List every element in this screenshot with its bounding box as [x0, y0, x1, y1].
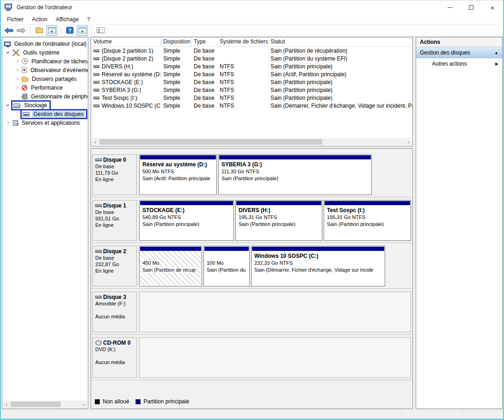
partition-status: Sain (Actif, Partition principale — [142, 175, 214, 182]
disk-header[interactable]: Disque 3Amovible (F:) Aucun média — [92, 292, 137, 332]
partition[interactable]: 100 MoSain (Partition du — [203, 246, 250, 286]
tree-item[interactable]: Planificateur de tâches — [2, 57, 88, 66]
computer-icon — [4, 42, 11, 46]
scroll-left-icon[interactable]: ‹ — [3, 401, 10, 408]
partition[interactable]: Test Sospc (I:)195,31 Go NTFSSain (Parti… — [324, 200, 411, 241]
tree-horizontal-scrollbar[interactable]: ‹ › — [3, 401, 87, 408]
scrollbar-thumb[interactable] — [11, 402, 61, 407]
collapse-chevron-icon[interactable] — [6, 103, 9, 106]
tree-item[interactable]: Services et applications — [2, 118, 88, 127]
legend: Non allouéPartition principale — [95, 398, 189, 405]
status-separator — [462, 411, 463, 418]
partition-status: Sain (Partition de récup — [142, 267, 199, 274]
title-bar[interactable]: Gestion de l'ordinateur × — [1, 0, 503, 14]
collapse-chevron-icon[interactable] — [6, 50, 9, 54]
disk-info-line: En ligne — [95, 222, 135, 228]
column-header-disposition[interactable]: Disposition — [161, 37, 191, 46]
column-header-statut[interactable]: Statut — [268, 37, 412, 46]
partition-label: Réservé au système (D:) — [142, 161, 214, 168]
partition[interactable] — [139, 337, 411, 378]
volume-fs-cell: NTFS — [217, 95, 268, 101]
disk-icon — [95, 204, 102, 207]
tree-item[interactable]: Outils système — [2, 48, 88, 57]
disk-info-line: 111,79 Go — [95, 170, 135, 176]
volume-list-horizontal-scrollbar[interactable]: ‹ › — [92, 138, 412, 146]
scroll-right-icon[interactable]: › — [405, 138, 412, 146]
actions-group-disk-management[interactable]: Gestion des disques ▲ — [416, 47, 502, 58]
forward-button[interactable] — [16, 25, 27, 36]
console-tree-toggle-button[interactable] — [46, 25, 57, 36]
menu-item-?[interactable]: ? — [83, 15, 94, 24]
minimize-button[interactable] — [439, 0, 461, 14]
volume-row[interactable]: STOCKAGE (E:)SimpleDe baseNTFSSain (Part… — [91, 78, 412, 86]
services-icon — [13, 120, 18, 126]
tree-item[interactable]: Observateur d'événeme — [2, 66, 88, 74]
expand-chevron-icon[interactable] — [15, 86, 18, 89]
action-pane-toggle-button[interactable] — [77, 25, 88, 36]
expand-chevron-icon[interactable] — [15, 60, 18, 63]
volume-row[interactable]: SYBERIA 3 (G:)SimpleDe baseNTFSSain (Par… — [91, 86, 412, 94]
disk-header[interactable]: Disque 2De base232,87 GoEn ligne — [92, 246, 137, 286]
menu-item-action[interactable]: Action — [28, 15, 51, 24]
scroll-right-icon[interactable]: › — [80, 401, 87, 408]
tree-item[interactable]: Gestion de l'ordinateur (local) — [2, 39, 88, 48]
partition-label: Windows 10 SOSPC (C:) — [254, 253, 382, 260]
export-list-button[interactable] — [34, 25, 45, 36]
legend-item: Non alloué — [95, 398, 129, 405]
maximize-button[interactable] — [461, 0, 482, 14]
volume-row[interactable]: Test Sospc (I:)SimpleDe baseNTFSSain (Pa… — [91, 94, 412, 102]
column-header-type[interactable]: Type — [191, 37, 217, 46]
volume-type-cell: De base — [191, 71, 217, 78]
partition[interactable]: SYBERIA 3 (G:)111,30 Go NTFSSain (Partit… — [218, 154, 372, 195]
tree-item[interactable]: Dossiers partagés — [2, 74, 88, 83]
properties-button[interactable] — [95, 25, 106, 36]
scroll-left-icon[interactable]: ‹ — [92, 138, 99, 146]
column-header-volume[interactable]: Volume — [91, 37, 161, 46]
partition-color-bar — [140, 155, 216, 159]
tree-item-label: Gestion de l'ordinateur (local) — [13, 40, 88, 48]
column-header-syst-me-de-fichiers[interactable]: Système de fichiers — [217, 37, 268, 46]
volume-row[interactable]: (Disque 2 partition 1)SimpleDe baseSain … — [91, 47, 412, 55]
close-button[interactable]: × — [482, 0, 503, 14]
back-button[interactable] — [3, 25, 14, 36]
volume-row[interactable]: (Disque 2 partition 2)SimpleDe baseSain … — [91, 55, 412, 62]
toolbar-separator — [61, 26, 61, 35]
disk-name: CD-ROM 0 — [95, 340, 135, 346]
volume-row[interactable]: Réservé au système (D:)SimpleDe baseNTFS… — [91, 70, 412, 78]
tree-item[interactable]: Gestionnaire de périphé — [2, 92, 88, 101]
tree-item-label: Dossiers partagés — [31, 75, 78, 83]
menu-item-affichage[interactable]: Affichage — [51, 15, 83, 24]
disk-row: Disque 3Amovible (F:) Aucun média — [91, 289, 412, 335]
tree-item[interactable]: Stockage — [2, 101, 88, 110]
partition[interactable]: 450 MoSain (Partition de récup — [139, 246, 202, 286]
expand-chevron-icon[interactable] — [15, 77, 18, 80]
partition[interactable]: STOCKAGE (E:)540,89 Go NTFSSain (Partiti… — [139, 200, 234, 241]
partition-area — [139, 337, 411, 378]
volume-type-cell: De base — [191, 103, 217, 109]
scrollbar-thumb[interactable] — [99, 139, 322, 145]
partition[interactable]: Windows 10 SOSPC (C:)232,33 Go NTFSSain … — [251, 246, 385, 286]
expand-chevron-icon[interactable] — [15, 68, 18, 72]
disk-header[interactable]: Disque 0De base111,79 GoEn ligne — [92, 154, 137, 195]
partition[interactable] — [139, 292, 411, 332]
tree-item[interactable]: Performance — [2, 83, 88, 92]
collapse-chevron-icon[interactable]: ▲ — [494, 50, 498, 55]
expand-chevron-icon[interactable] — [6, 121, 9, 124]
partition[interactable]: DIVERS (H:)195,31 Go NTFSSain (Partition… — [235, 200, 322, 241]
partition[interactable]: Réservé au système (D:)500 Mo NTFSSain (… — [139, 154, 217, 195]
partition-body: Windows 10 SOSPC (C:)232,33 Go NTFSSain … — [252, 251, 384, 286]
disk-info-line: 931,51 Go — [95, 215, 135, 222]
volume-name-cell: (Disque 2 partition 2) — [91, 55, 161, 62]
disk-header[interactable]: Disque 1De base931,51 GoEn ligne — [92, 200, 137, 241]
tree-item[interactable]: Gestion des disques — [2, 110, 88, 118]
action-pane-icon — [79, 27, 86, 33]
app-icon — [5, 4, 13, 11]
partition-status: Sain (Démarrer, Fichier d'échange, Vidag… — [254, 267, 382, 274]
volume-statut-cell: Sain (Partition principale) — [268, 87, 412, 93]
volume-row[interactable]: DIVERS (H:)SimpleDe baseNTFSSain (Partit… — [91, 62, 412, 70]
actions-item-more-actions[interactable]: Autres actions ▶ — [416, 58, 502, 69]
volume-row[interactable]: Windows 10 SOSPC (C:)SimpleDe baseNTFSSa… — [91, 102, 412, 110]
disk-header[interactable]: CD-ROM 0DVD (K:) Aucun média — [92, 337, 137, 378]
menu-item-fichier[interactable]: Fichier — [3, 15, 28, 24]
help-button[interactable]: ? — [64, 25, 75, 36]
